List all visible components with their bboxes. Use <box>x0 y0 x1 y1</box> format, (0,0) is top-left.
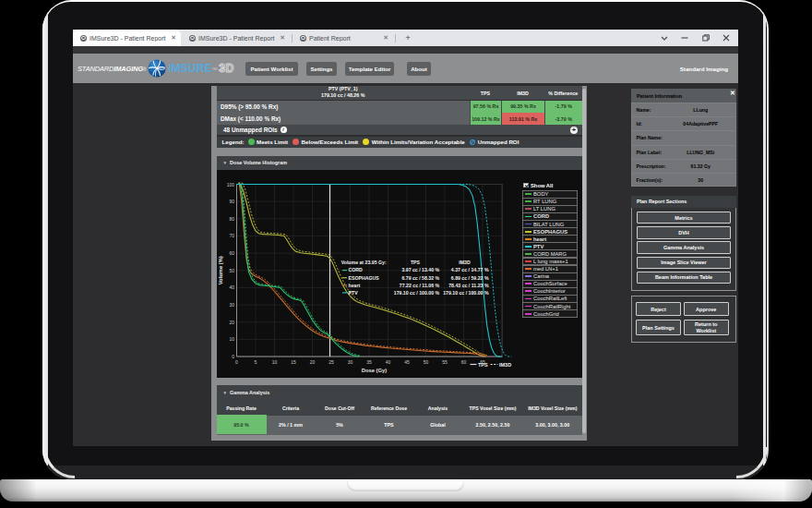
svg-text:IM3D: IM3D <box>499 362 511 368</box>
svg-text:179.10 cc / 100.00 %: 179.10 cc / 100.00 % <box>443 290 489 296</box>
svg-text:5: 5 <box>254 359 257 365</box>
svg-text:55: 55 <box>442 359 448 365</box>
svg-text:179.10 cc / 100.00 %: 179.10 cc / 100.00 % <box>393 290 439 296</box>
svg-text:70: 70 <box>229 233 234 238</box>
svg-text:0: 0 <box>235 359 238 365</box>
svg-text:TPS: TPS <box>478 362 488 368</box>
svg-text:20: 20 <box>229 320 234 325</box>
svg-text:78.43 cc / 11.23 %: 78.43 cc / 11.23 % <box>448 283 489 288</box>
svg-text:77.22 cc / 11.06 %: 77.22 cc / 11.06 % <box>399 283 439 288</box>
svg-text:Volume at 23.95 Gy:: Volume at 23.95 Gy: <box>340 260 386 265</box>
svg-text:25: 25 <box>328 359 334 365</box>
svg-text:90: 90 <box>229 199 234 204</box>
svg-text:Volume (%): Volume (%) <box>218 256 223 284</box>
svg-text:heart: heart <box>348 283 360 288</box>
svg-text:TPS: TPS <box>410 260 420 265</box>
svg-text:0: 0 <box>232 354 234 359</box>
svg-text:10: 10 <box>271 359 277 365</box>
svg-text:40: 40 <box>229 284 234 290</box>
svg-text:45: 45 <box>404 359 410 365</box>
svg-text:80: 80 <box>229 216 234 222</box>
svg-text:40: 40 <box>385 359 390 365</box>
svg-text:100: 100 <box>226 182 234 187</box>
svg-text:IM3D: IM3D <box>459 260 471 265</box>
svg-text:PTV: PTV <box>348 290 358 296</box>
svg-text:3.97 cc / 13.40 %: 3.97 cc / 13.40 % <box>401 267 439 272</box>
svg-text:Dose (Gy): Dose (Gy) <box>361 368 386 373</box>
svg-text:50: 50 <box>229 268 234 273</box>
svg-text:6.89 cc / 59.22 %: 6.89 cc / 59.22 % <box>450 275 488 281</box>
svg-text:30: 30 <box>229 302 234 308</box>
svg-text:60: 60 <box>229 250 234 256</box>
svg-text:ESOPHAGUS: ESOPHAGUS <box>348 275 379 281</box>
svg-text:4.37 cc / 14.77 %: 4.37 cc / 14.77 % <box>450 267 488 272</box>
svg-text:6.79 cc / 58.32 %: 6.79 cc / 58.32 % <box>401 275 439 281</box>
svg-text:15: 15 <box>291 359 296 365</box>
svg-text:35: 35 <box>366 359 372 365</box>
svg-text:20: 20 <box>309 359 315 365</box>
svg-text:50: 50 <box>423 359 428 365</box>
svg-text:60: 60 <box>460 359 466 365</box>
svg-text:30: 30 <box>347 359 352 365</box>
svg-text:CORD: CORD <box>348 267 363 272</box>
svg-text:10: 10 <box>229 336 234 342</box>
